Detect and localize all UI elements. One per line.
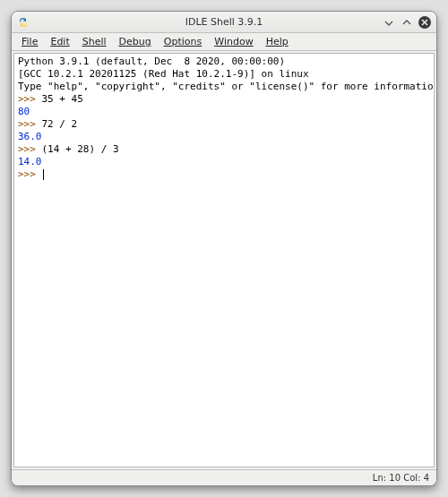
repl-input: 72 / 2 — [42, 118, 78, 130]
prompt: >>> — [18, 118, 36, 130]
statusbar: Ln: 10 Col: 4 — [12, 469, 436, 485]
window-controls — [383, 16, 431, 29]
menu-file[interactable]: File — [15, 34, 44, 49]
banner-line: Python 3.9.1 (default, Dec 8 2020, 00:00… — [18, 56, 285, 67]
menu-options[interactable]: Options — [158, 34, 208, 49]
banner-line: [GCC 10.2.1 20201125 (Red Hat 10.2.1-9)]… — [18, 68, 309, 80]
prompt: >>> — [18, 93, 36, 105]
python-icon — [17, 16, 30, 29]
repl-input: (14 + 28) / 3 — [42, 143, 119, 155]
maximize-button[interactable] — [401, 16, 413, 29]
window-title: IDLE Shell 3.9.1 — [185, 16, 263, 28]
prompt: >>> — [18, 143, 36, 155]
idle-window: IDLE Shell 3.9.1 File Edit Shell Debug O… — [11, 11, 437, 486]
cursor-position: Ln: 10 Col: 4 — [373, 473, 429, 483]
repl-output: 36.0 — [18, 131, 42, 142]
repl-input: 35 + 45 — [42, 93, 83, 105]
menu-debug[interactable]: Debug — [113, 34, 158, 49]
menu-shell[interactable]: Shell — [76, 34, 113, 49]
menu-window[interactable]: Window — [208, 34, 259, 49]
menu-edit[interactable]: Edit — [44, 34, 75, 49]
text-cursor — [43, 169, 44, 180]
minimize-button[interactable] — [383, 16, 395, 29]
prompt: >>> — [18, 168, 36, 180]
menu-help[interactable]: Help — [260, 34, 295, 49]
banner-line: Type "help", "copyright", "credits" or "… — [18, 81, 435, 92]
repl-output: 80 — [18, 106, 30, 117]
shell-text-area[interactable]: Python 3.9.1 (default, Dec 8 2020, 00:00… — [13, 53, 435, 467]
repl-output: 14.0 — [18, 156, 42, 167]
titlebar[interactable]: IDLE Shell 3.9.1 — [12, 12, 436, 33]
close-button[interactable] — [418, 16, 431, 29]
menubar: File Edit Shell Debug Options Window Hel… — [12, 33, 436, 51]
